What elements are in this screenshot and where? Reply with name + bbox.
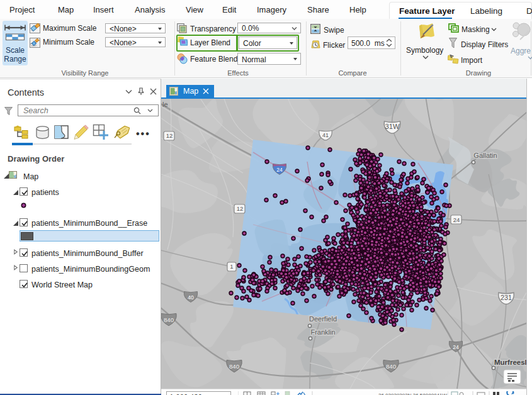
svg-text:Franklin: Franklin [310,328,335,336]
svg-text:231: 231 [501,294,512,301]
svg-text:24: 24 [453,216,460,223]
svg-text:Deerfield: Deerfield [309,315,337,323]
svg-text:840: 840 [229,363,239,370]
svg-text:le: le [162,101,168,108]
svg-text:31W: 31W [385,123,400,130]
svg-text:24: 24 [276,167,283,173]
svg-text:40: 40 [188,294,194,301]
svg-text:Gallatin: Gallatin [473,152,497,159]
svg-text:840: 840 [386,363,396,370]
svg-text:Murfreesl: Murfreesl [494,359,526,366]
svg-text:12: 12 [166,132,173,139]
svg-text:840: 840 [164,316,174,323]
svg-text:41: 41 [322,132,329,138]
svg-text:24: 24 [453,344,459,350]
svg-text:12: 12 [237,205,244,212]
svg-text:1: 1 [230,263,233,270]
